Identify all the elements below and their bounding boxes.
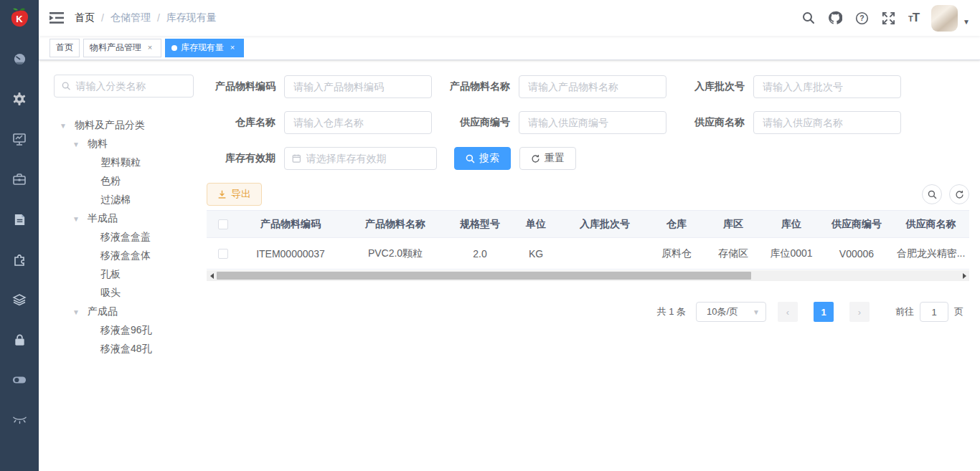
- tab-label: 首页: [56, 42, 73, 54]
- sidebar-item-toolbox[interactable]: [0, 159, 39, 199]
- tab-inventory-onhand[interactable]: 库存现有量 ×: [165, 39, 244, 57]
- caret-icon[interactable]: ▼: [60, 122, 75, 130]
- tree-node[interactable]: 塑料颗粒: [54, 153, 201, 172]
- next-page-button[interactable]: ›: [849, 302, 870, 322]
- cell-unit: KG: [511, 248, 561, 260]
- refresh-table-button[interactable]: [949, 184, 969, 204]
- logo-icon: K: [9, 7, 30, 29]
- sidebar-item-plugin[interactable]: [0, 239, 39, 280]
- col-header: 产品物料编码: [240, 218, 341, 231]
- field-item-code: 产品物料编码: [207, 75, 432, 98]
- tree-node[interactable]: 移液盒96孔: [54, 321, 201, 340]
- tree-node[interactable]: ▼物料: [54, 135, 201, 153]
- scroll-left-arrow[interactable]: [207, 270, 217, 281]
- tab-home[interactable]: 首页: [50, 39, 80, 57]
- caret-icon[interactable]: ▼: [72, 141, 88, 148]
- caret-icon[interactable]: ▼: [72, 215, 88, 223]
- pagination: 共 1 条 10条/页 ▼ ‹ 1 › 前往 页: [207, 302, 969, 322]
- export-button[interactable]: 导出: [207, 183, 262, 206]
- github-link-button[interactable]: [821, 0, 849, 36]
- cell-warehouse: 原料仓: [649, 247, 705, 260]
- jump-page-input[interactable]: [920, 302, 948, 322]
- col-header: 规格型号: [449, 218, 511, 231]
- expiry-date-picker[interactable]: [284, 147, 437, 170]
- scroll-right-arrow[interactable]: [959, 270, 969, 281]
- expiry-date-input[interactable]: [306, 153, 429, 164]
- main-column: 首页 / 仓储管理 / 库存现有量 ? TT ▼: [39, 0, 980, 471]
- monitor-chart-icon: [12, 132, 27, 146]
- search-button[interactable]: 搜索: [454, 147, 511, 170]
- sidebar-item-layers[interactable]: [0, 280, 39, 320]
- sidebar-item-dashboard[interactable]: [0, 39, 39, 79]
- collapse-sidebar-button[interactable]: [39, 0, 75, 36]
- app-logo[interactable]: K: [0, 0, 39, 36]
- reset-button[interactable]: 重置: [519, 147, 576, 170]
- sidebar-item-permission[interactable]: [0, 320, 39, 360]
- batch-no-input[interactable]: [753, 75, 901, 98]
- tab-label: 库存现有量: [181, 42, 224, 54]
- tree-node[interactable]: 移液盒盒盖: [54, 228, 201, 247]
- select-all-checkbox[interactable]: [218, 219, 228, 229]
- close-icon[interactable]: ×: [145, 43, 155, 53]
- cell-location: 库位0001: [762, 247, 821, 260]
- tree-node[interactable]: ▼半成品: [54, 209, 201, 228]
- navbar-actions: ? TT ▼: [796, 0, 980, 36]
- item-name-input[interactable]: [519, 75, 666, 98]
- item-code-input[interactable]: [284, 75, 432, 98]
- cell-zone: 存储区: [705, 247, 762, 260]
- supplier-code-input[interactable]: [519, 111, 666, 134]
- sidebar-item-eye[interactable]: [0, 400, 39, 440]
- tree-node[interactable]: 过滤棉: [54, 191, 201, 209]
- svg-text:?: ?: [859, 14, 864, 22]
- caret-icon[interactable]: ▼: [72, 308, 88, 316]
- tree-node[interactable]: 色粉: [54, 172, 201, 191]
- tree-node-label: 色粉: [100, 175, 121, 188]
- document-icon: [13, 213, 27, 227]
- sidebar-item-settings[interactable]: [0, 79, 39, 119]
- breadcrumb-separator: /: [157, 12, 160, 24]
- tree-node[interactable]: ▼物料及产品分类: [54, 116, 201, 135]
- help-button[interactable]: ?: [849, 0, 875, 36]
- user-menu[interactable]: ▼: [931, 5, 970, 32]
- download-icon: [217, 190, 227, 199]
- tree-node[interactable]: 移液盒48孔: [54, 340, 201, 358]
- dashboard-icon: [13, 52, 27, 66]
- header-search-button[interactable]: [796, 0, 821, 36]
- tree-node[interactable]: 移液盒盒体: [54, 247, 201, 265]
- sidebar-item-document[interactable]: [0, 199, 39, 239]
- fullscreen-button[interactable]: [875, 0, 902, 36]
- table-row[interactable]: ITEM00000037 PVC2.0颗粒 2.0 KG 原料仓 存储区 库位0…: [207, 238, 969, 270]
- field-warehouse-name: 仓库名称: [207, 111, 432, 134]
- tree-node[interactable]: 吸头: [54, 284, 201, 303]
- sidebar-item-monitor[interactable]: [0, 119, 39, 159]
- tab-material-product[interactable]: 物料产品管理 ×: [83, 39, 161, 57]
- sidebar-item-toggle[interactable]: [0, 360, 39, 400]
- tree-node[interactable]: ▼产成品: [54, 303, 201, 321]
- breadcrumb-home[interactable]: 首页: [75, 11, 95, 24]
- puzzle-icon: [12, 252, 27, 267]
- prev-page-button[interactable]: ‹: [778, 302, 798, 322]
- field-label: 产品物料编码: [207, 80, 275, 93]
- chevron-down-icon: ▼: [963, 18, 970, 26]
- tree-node-label: 移液盒盒体: [100, 249, 151, 262]
- page-1-button[interactable]: 1: [814, 302, 834, 322]
- col-header: 库位: [762, 218, 821, 231]
- row-checkbox[interactable]: [218, 249, 228, 259]
- cell-item-code: ITEM00000037: [240, 248, 341, 260]
- toggle-search-button[interactable]: [922, 184, 942, 204]
- scrollbar-track[interactable]: [217, 270, 959, 281]
- refresh-icon: [531, 154, 540, 163]
- font-size-button[interactable]: TT: [902, 0, 925, 36]
- supplier-name-input[interactable]: [753, 111, 901, 134]
- close-icon[interactable]: ×: [227, 43, 237, 53]
- tree-node-label: 物料及产品分类: [75, 119, 145, 132]
- category-tree-panel: ▼物料及产品分类 ▼物料 塑料颗粒 色粉 过滤棉 ▼半成品 移液盒盒盖 移液盒盒…: [39, 60, 201, 471]
- scrollbar-thumb[interactable]: [217, 272, 751, 280]
- search-icon: [802, 11, 815, 24]
- page-size-select[interactable]: 10条/页 ▼: [696, 302, 766, 322]
- cell-supplier-name: 合肥龙兴精密...: [892, 247, 969, 260]
- warehouse-name-input[interactable]: [284, 111, 432, 134]
- jump-suffix: 页: [954, 305, 963, 318]
- tree-node[interactable]: 孔板: [54, 265, 201, 284]
- category-search-input[interactable]: [75, 80, 186, 92]
